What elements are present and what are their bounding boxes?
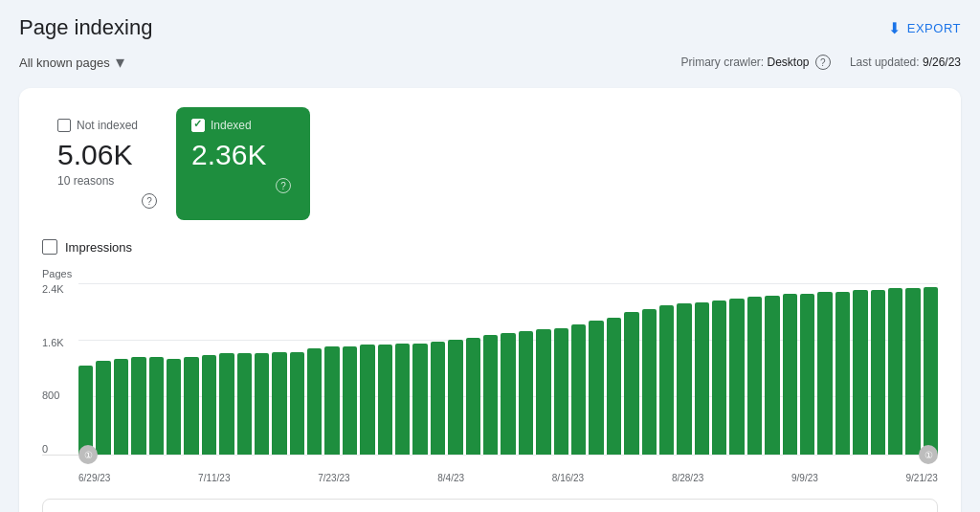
bar: [642, 309, 657, 455]
bar: [202, 355, 216, 455]
bar: [519, 331, 533, 455]
impressions-label: Impressions: [65, 240, 132, 255]
filter-bar: All known pages ▾ Primary crawler: Deskt…: [19, 52, 961, 73]
page-header: Page indexing ⬇ EXPORT: [19, 15, 961, 40]
bar: [853, 290, 867, 455]
bar: [431, 342, 445, 455]
indexed-value: 2.36K: [191, 138, 291, 172]
x-dates: 6/29/23 7/11/23 7/23/23 8/4/23 8/16/23 8…: [78, 456, 938, 483]
bar: [888, 288, 902, 455]
bars-container: ① ①: [78, 283, 938, 455]
not-indexed-box: Not indexed 5.06K 10 reasons ?: [42, 107, 176, 220]
bar: [501, 333, 515, 455]
bar: [378, 345, 392, 455]
bar: [607, 318, 621, 455]
bar: [167, 359, 181, 455]
bar: [554, 328, 568, 455]
end-marker: ①: [919, 445, 938, 464]
bar: [466, 338, 480, 455]
page-container: Page indexing ⬇ EXPORT All known pages ▾…: [0, 0, 980, 512]
not-indexed-sub: 10 reasons: [57, 174, 157, 188]
export-button[interactable]: ⬇ EXPORT: [888, 19, 961, 37]
main-card: Not indexed 5.06K 10 reasons ? Indexed 2…: [19, 88, 961, 512]
bar: [78, 366, 93, 455]
bar: [659, 305, 674, 455]
bar: [184, 357, 198, 455]
impressions-row: Impressions: [42, 239, 938, 255]
bar: [412, 344, 427, 455]
meta-info: Primary crawler: Desktop ? Last updated:…: [680, 55, 961, 70]
bar: [871, 290, 885, 455]
export-icon: ⬇: [888, 19, 902, 37]
view-data-row[interactable]: ✓ View data about indexed pages ›: [42, 499, 938, 512]
bar: [589, 321, 603, 455]
bar: [729, 299, 744, 455]
bar: [624, 312, 638, 455]
crawler-info: Primary crawler: Desktop ?: [680, 55, 830, 70]
updated-info: Last updated: 9/26/23: [850, 56, 961, 69]
chart-wrap: 2.4K 1.6K 800 0 ① ①: [42, 283, 938, 456]
page-title: Page indexing: [19, 15, 152, 40]
not-indexed-checkbox[interactable]: [57, 119, 71, 132]
crawler-help-icon[interactable]: ?: [815, 55, 831, 70]
bar: [237, 353, 252, 455]
bar: [483, 335, 498, 455]
bar: [272, 352, 286, 455]
bar: [817, 292, 832, 455]
bar: [219, 353, 234, 455]
bar: [905, 288, 920, 455]
not-indexed-value: 5.06K: [57, 138, 157, 172]
y-labels: 2.4K 1.6K 800 0: [42, 283, 78, 455]
bar: [131, 357, 145, 455]
bar: [677, 303, 691, 455]
bar: [695, 302, 709, 455]
bar: [800, 294, 814, 455]
chevron-down-icon: ▾: [116, 52, 124, 73]
bar: [747, 297, 762, 455]
chart-area: Pages 2.4K 1.6K 800 0 ① ①: [42, 268, 938, 483]
bar: [571, 324, 586, 455]
bar: [395, 344, 410, 455]
bar: [114, 359, 128, 455]
bar: [360, 345, 374, 455]
bar: [307, 348, 322, 455]
stats-row: Not indexed 5.06K 10 reasons ? Indexed 2…: [42, 107, 938, 220]
indexed-help-icon[interactable]: ?: [276, 178, 291, 193]
bar: [324, 346, 339, 455]
indexed-box: Indexed 2.36K ?: [176, 107, 310, 220]
bar: [835, 292, 850, 455]
bar: [149, 357, 164, 455]
not-indexed-header: Not indexed: [57, 119, 157, 132]
bar: [765, 296, 779, 455]
bar: [255, 353, 269, 455]
bar: [783, 294, 797, 455]
impressions-checkbox[interactable]: [42, 239, 57, 255]
indexed-header: Indexed: [191, 119, 291, 132]
indexed-checkbox[interactable]: [191, 119, 205, 132]
filter-dropdown[interactable]: All known pages ▾: [19, 52, 124, 73]
bar: [924, 287, 938, 455]
bar: [290, 352, 304, 455]
bar: [712, 301, 726, 455]
not-indexed-help-icon[interactable]: ?: [142, 193, 157, 209]
bar: [536, 329, 550, 455]
start-marker: ①: [78, 445, 98, 464]
y-axis-label: Pages: [42, 268, 938, 279]
bar: [343, 346, 357, 455]
bar: [96, 361, 110, 455]
bar: [448, 340, 462, 455]
